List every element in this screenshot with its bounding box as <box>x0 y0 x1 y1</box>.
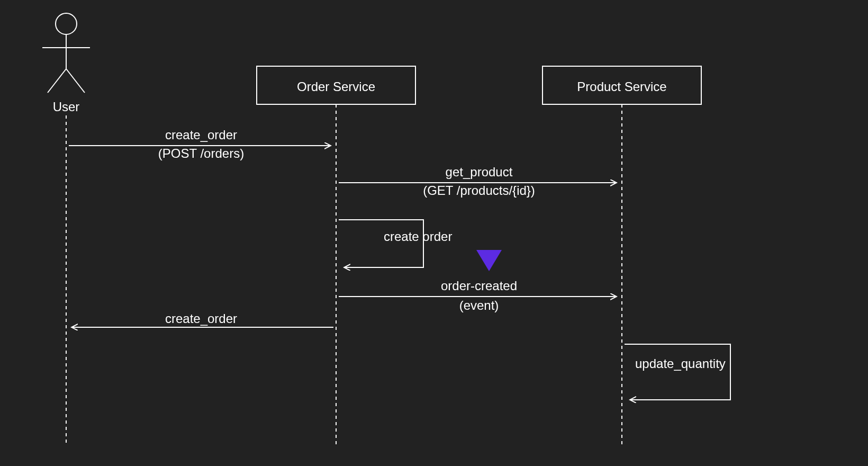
message-create-order-response-label: create_order <box>165 311 237 326</box>
message-get-product: get_product (GET /products/{id}) <box>339 165 617 198</box>
svg-line-3 <box>48 69 66 93</box>
message-create-order-line2: (POST /orders) <box>158 146 244 160</box>
message-create-order-response: create_order <box>71 311 333 327</box>
actor-user: User <box>42 13 90 114</box>
message-get-product-line1: get_product <box>446 165 513 179</box>
message-create-order-self: create order <box>339 220 452 267</box>
message-create-order-line1: create_order <box>165 128 237 142</box>
participant-order-service: Order Service <box>257 66 415 104</box>
participant-product-service: Product Service <box>542 66 701 104</box>
message-create-order-self-label: create order <box>384 229 452 244</box>
actor-user-label: User <box>53 100 80 114</box>
message-create-order-request: create_order (POST /orders) <box>69 128 331 160</box>
message-order-created-event: order-created (event) <box>339 279 617 312</box>
event-marker-icon <box>476 250 502 271</box>
product-service-label: Product Service <box>577 79 666 94</box>
message-update-quantity-self: update_quantity <box>625 344 730 400</box>
svg-point-0 <box>56 13 77 34</box>
order-service-label: Order Service <box>297 79 375 94</box>
svg-line-4 <box>66 69 85 93</box>
message-order-created-line1: order-created <box>441 279 517 293</box>
message-order-created-line2: (event) <box>459 298 499 312</box>
message-update-quantity-label: update_quantity <box>635 356 726 371</box>
message-get-product-line2: (GET /products/{id}) <box>423 183 535 198</box>
